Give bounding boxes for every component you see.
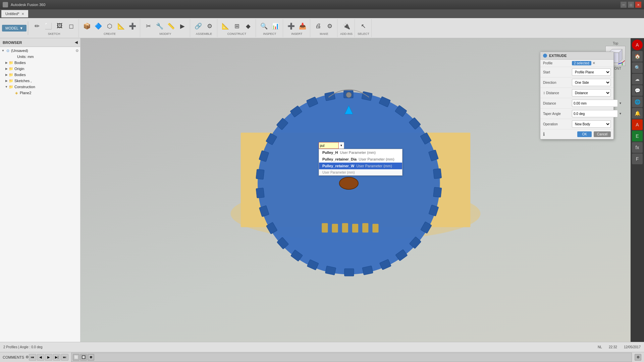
tl-icon-2[interactable]: 🔲 xyxy=(80,354,87,361)
inspect-btn2[interactable]: 📊 xyxy=(270,21,281,32)
tree-item-plane2[interactable]: ◈ Plane2 xyxy=(0,90,80,96)
expression-input[interactable] xyxy=(319,142,339,149)
create-btn2[interactable]: 🔷 xyxy=(93,21,104,32)
extrude-ok-button[interactable]: OK xyxy=(577,131,591,137)
tree-label-named-views: Bodies xyxy=(14,61,26,65)
viewcube-top-label[interactable]: Top xyxy=(613,42,618,45)
direction-select[interactable]: One Side xyxy=(572,79,611,86)
profile-selected-badge[interactable]: 2 selected xyxy=(572,61,591,65)
start-select[interactable]: Profile Plane xyxy=(572,68,611,76)
modify-btn3[interactable]: 📏 xyxy=(166,21,176,32)
make-btn1[interactable]: 🖨 xyxy=(313,21,324,32)
comments-bar: COMMENTS ⚙ ⏮ ◀ ▶ ▶| ⏭ ⬜ 🔲 🔳 ⚙ xyxy=(0,352,644,362)
rs-btn-chat[interactable]: 💬 xyxy=(632,85,643,96)
make-btn2[interactable]: ⚙ xyxy=(324,21,335,32)
create-btn3[interactable]: ⬡ xyxy=(104,21,115,32)
create-btn4[interactable]: 📐 xyxy=(116,21,126,32)
rs-btn-pdf[interactable]: A xyxy=(632,119,643,130)
rs-btn-home[interactable]: 🏠 xyxy=(632,51,643,62)
extrude-panel-icon xyxy=(543,54,547,58)
viewport[interactable]: ▼ Pulley_H User Parameter (mm) Pulley_re… xyxy=(80,38,631,342)
expression-dropdown-arrow[interactable]: ▼ xyxy=(339,142,344,149)
create-group-label: CREATE xyxy=(104,32,116,36)
minimize-button[interactable]: ─ xyxy=(621,2,627,8)
step-back-button[interactable]: ◀ xyxy=(37,354,44,361)
file-tab[interactable]: Untitled* ✕ xyxy=(1,10,28,17)
extent-select[interactable]: Distance xyxy=(572,89,611,97)
construct-btn2[interactable]: ⊞ xyxy=(231,21,242,32)
tree-item-bodies[interactable]: ▶ 📁 Bodies xyxy=(0,72,80,78)
taper-dropdown-arrow[interactable]: ▼ xyxy=(619,112,622,115)
extrude-header: EXTRUDE xyxy=(540,52,613,60)
rs-btn-bell[interactable]: 🔔 xyxy=(632,108,643,119)
rs-btn-globe[interactable]: 🌐 xyxy=(632,97,643,107)
inspect-btn1[interactable]: 🔍 xyxy=(259,21,269,32)
maximize-button[interactable]: □ xyxy=(628,2,634,8)
root-icon: ⊙ xyxy=(5,48,10,53)
assemble-btn2[interactable]: ⚙ xyxy=(204,21,215,32)
rs-btn-cloud[interactable]: ☁ xyxy=(632,74,643,84)
distance-dropdown-arrow[interactable]: ▼ xyxy=(619,102,622,105)
tree-item-unsaved[interactable]: ▼ ⊙ (Unsaved) ⚙ xyxy=(0,48,80,54)
browser-title: BROWSER xyxy=(3,41,22,45)
units-icon xyxy=(11,54,16,59)
rs-btn-excel[interactable]: E xyxy=(632,131,643,141)
rs-btn-search[interactable]: 🔍 xyxy=(632,62,643,73)
extrude-taper-row: Taper Angle ▼ xyxy=(540,109,613,119)
rs-btn-f[interactable]: F xyxy=(632,154,643,164)
toolbar-sketch-btn3[interactable]: 🖼 xyxy=(54,21,65,32)
create-btn5[interactable]: ➕ xyxy=(127,21,138,32)
operation-select[interactable]: New Body xyxy=(572,120,611,128)
modify-btn1[interactable]: ✂ xyxy=(143,21,154,32)
play-button[interactable]: ▶ xyxy=(45,354,52,361)
model-button[interactable]: MODEL ▼ xyxy=(2,25,26,32)
tl-settings-button[interactable]: ⚙ xyxy=(635,354,641,361)
assemble-btn1[interactable]: 🔗 xyxy=(193,21,204,32)
tree-item-sketches[interactable]: ▶ 📁 Sketches , xyxy=(0,78,80,84)
insert-btn1[interactable]: ➕ xyxy=(286,21,297,32)
expression-input-area[interactable]: ▼ Pulley_H User Parameter (mm) Pulley_re… xyxy=(319,142,344,149)
timeline-controls-right: ⚙ xyxy=(635,354,641,361)
status-right: NL 22:32 12/05/2017 xyxy=(598,345,641,349)
addins-btn1[interactable]: 🔌 xyxy=(341,21,352,32)
svg-rect-36 xyxy=(322,223,328,233)
toolbar-sketch-btn1[interactable]: ✏ xyxy=(32,21,42,32)
comments-settings-icon[interactable]: ⚙ xyxy=(25,355,29,359)
window-controls[interactable]: ─ □ ✕ xyxy=(621,2,641,8)
tree-item-origin[interactable]: ▶ 📁 Origin xyxy=(0,66,80,72)
modify-btn4[interactable]: ▶ xyxy=(177,21,188,32)
goto-end-button[interactable]: ⏭ xyxy=(61,354,68,361)
expression-input-wrapper[interactable]: ▼ xyxy=(319,142,344,149)
create-btn1[interactable]: 📦 xyxy=(82,21,92,32)
file-tab-close[interactable]: ✕ xyxy=(21,12,24,16)
select-btn1[interactable]: ↖ xyxy=(358,21,369,32)
insert-btn2[interactable]: 📥 xyxy=(297,21,308,32)
ac-item-1[interactable]: Pulley_retainer_Dia User Parameter (mm) xyxy=(319,156,402,163)
settings-icon[interactable]: ⚙ xyxy=(75,49,79,53)
rs-btn-autodesk[interactable]: A xyxy=(632,40,643,50)
taper-input[interactable] xyxy=(572,110,618,117)
ac-item-2[interactable]: Pulley_retainer_W User Parameter (mm) xyxy=(319,163,402,169)
goto-start-button[interactable]: ⏮ xyxy=(29,354,36,361)
rs-btn-fx[interactable]: fx xyxy=(632,142,643,153)
status-datetime: 22:32 xyxy=(609,345,617,349)
extrude-info-icon[interactable]: ℹ xyxy=(543,131,545,137)
tl-icon-1[interactable]: ⬜ xyxy=(73,354,79,361)
tree-label-sketches: Sketches , xyxy=(14,79,32,83)
tl-icon-3[interactable]: 🔳 xyxy=(88,354,94,361)
profile-clear-button[interactable]: ✕ xyxy=(592,61,595,65)
extrude-cancel-button[interactable]: Cancel xyxy=(594,131,611,137)
step-forward-button[interactable]: ▶| xyxy=(53,354,60,361)
toolbar-sketch-btn2[interactable]: ⬜ xyxy=(43,21,54,32)
modify-btn2[interactable]: 🔧 xyxy=(154,21,165,32)
tree-item-construction[interactable]: ▼ 📁 Construction xyxy=(0,84,80,90)
close-button[interactable]: ✕ xyxy=(635,2,641,8)
sketch-group-label: SKETCH xyxy=(48,32,60,36)
toolbar-sketch-btn4[interactable]: ◻ xyxy=(66,21,76,32)
ac-item-0[interactable]: Pulley_H User Parameter (mm) xyxy=(319,149,402,156)
construct-btn3[interactable]: ◆ xyxy=(243,21,254,32)
tree-item-named-views[interactable]: ▶ 📁 Bodies xyxy=(0,60,80,66)
construct-btn1[interactable]: 📐 xyxy=(220,21,231,32)
distance-input[interactable] xyxy=(572,100,618,107)
browser-expand-icon[interactable]: ◀ xyxy=(75,40,77,45)
